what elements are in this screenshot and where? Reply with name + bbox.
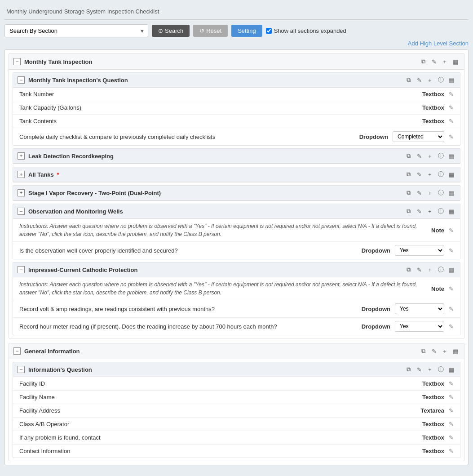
- add-high-level-section-button[interactable]: Add High Level Section: [408, 40, 469, 49]
- edit-contact-info[interactable]: ✎: [449, 448, 454, 454]
- info-icon-leak[interactable]: ⓘ: [437, 152, 445, 160]
- show-expanded-checkbox[interactable]: [266, 28, 272, 34]
- field-type-tank-number: Textbox: [415, 91, 444, 98]
- sub-section-stage1-icons: ⧉ ✎ + ⓘ ▦: [404, 189, 455, 197]
- info-icon-stage1[interactable]: ⓘ: [437, 189, 445, 197]
- search-by-section-select[interactable]: Search By Section: [4, 24, 148, 37]
- edit-obs-cover[interactable]: ✎: [449, 247, 454, 254]
- sub-section-impressed-icons: ⧉ ✎ + ⓘ ▦: [404, 266, 455, 274]
- grid-icon[interactable]: ▦: [451, 58, 460, 66]
- sub-section-impressed-title: Impressed-Current Cathodic Protection: [28, 267, 401, 273]
- grid-icon-gen[interactable]: ▦: [451, 347, 460, 355]
- reset-button[interactable]: ↺ Reset: [193, 25, 228, 37]
- question-row-tank-number: Tank Number Textbox ✎: [13, 88, 460, 101]
- add-icon-info-q[interactable]: +: [426, 365, 434, 374]
- select-hour-meter[interactable]: Yes No N/A: [395, 321, 444, 332]
- grid-icon-info-q[interactable]: ▦: [447, 365, 455, 374]
- copy-icon-obs[interactable]: ⧉: [404, 207, 412, 215]
- edit-icon-all-tanks[interactable]: ✎: [415, 170, 423, 178]
- info-icon-imp[interactable]: ⓘ: [437, 266, 445, 274]
- collapse-icon-questions[interactable]: −: [18, 76, 25, 84]
- info-icon-obs[interactable]: ⓘ: [437, 207, 445, 215]
- collapse-icon-observation[interactable]: −: [18, 208, 25, 215]
- edit-facility-name[interactable]: ✎: [449, 394, 454, 400]
- edit-icon-sub[interactable]: ✎: [415, 76, 423, 84]
- collapse-icon-stage1[interactable]: +: [18, 189, 25, 196]
- question-text-tank-contents: Tank Contents: [19, 118, 411, 125]
- select-daily-checklist[interactable]: Completed Not Completed N/A: [393, 131, 444, 142]
- copy-icon-all-tanks[interactable]: ⧉: [404, 170, 412, 178]
- question-text-tank-capacity: Tank Capacity (Gallons): [19, 104, 411, 111]
- grid-icon-imp[interactable]: ▦: [447, 266, 455, 274]
- edit-problem-contact[interactable]: ✎: [449, 434, 454, 441]
- copy-icon-info-q[interactable]: ⧉: [404, 365, 412, 374]
- edit-imp-note[interactable]: ✎: [449, 285, 454, 292]
- question-row-facility-address: Facility Address Textarea ✎: [13, 404, 460, 418]
- edit-icon-obs[interactable]: ✎: [415, 207, 423, 215]
- edit-volt-amp[interactable]: ✎: [449, 306, 454, 312]
- edit-question-tank-number[interactable]: ✎: [449, 91, 454, 98]
- info-icon-sub[interactable]: ⓘ: [437, 76, 445, 84]
- select-volt-amp[interactable]: Yes No N/A: [395, 303, 444, 314]
- show-expanded-label[interactable]: Show all sections expanded: [266, 27, 346, 34]
- edit-facility-id[interactable]: ✎: [449, 380, 454, 387]
- edit-icon-imp[interactable]: ✎: [415, 266, 423, 274]
- sub-section-stage1-title: Stage I Vapor Recovery - Two-Point (Dual…: [28, 190, 401, 196]
- sub-section-stage1: + Stage I Vapor Recovery - Two-Point (Du…: [13, 185, 460, 201]
- edit-icon-gen[interactable]: ✎: [430, 347, 438, 355]
- page-wrapper: Monthly Underground Storage System Inspe…: [0, 0, 473, 476]
- field-type-contact-info: Textbox: [415, 448, 444, 454]
- sub-section-leak-detection: + Leak Detection Recordkeeping ⧉ ✎ + ⓘ ▦: [13, 148, 460, 164]
- question-text-facility-name: Facility Name: [19, 394, 411, 400]
- info-icon-all-tanks[interactable]: ⓘ: [437, 170, 445, 178]
- edit-icon[interactable]: ✎: [430, 58, 438, 66]
- add-icon-obs[interactable]: +: [426, 207, 434, 215]
- search-select-wrapper: Search By Section ▼: [4, 24, 148, 37]
- grid-icon-all-tanks[interactable]: ▦: [447, 170, 455, 178]
- select-obs-cover[interactable]: Yes No N/A: [395, 245, 444, 256]
- edit-icon-leak[interactable]: ✎: [415, 152, 423, 160]
- sub-section-info-questions-header: − Information's Question ⧉ ✎ + ⓘ ▦: [13, 362, 460, 377]
- section-general-info-header: − General Information ⧉ ✎ + ▦: [9, 343, 464, 359]
- collapse-icon-leak[interactable]: +: [18, 152, 25, 160]
- copy-icon-leak[interactable]: ⧉: [404, 152, 412, 160]
- sub-section-info-questions: − Information's Question ⧉ ✎ + ⓘ ▦ Facil…: [13, 362, 460, 458]
- edit-hour-meter[interactable]: ✎: [449, 323, 454, 330]
- edit-class-ab[interactable]: ✎: [449, 421, 454, 427]
- copy-icon-imp[interactable]: ⧉: [404, 266, 412, 274]
- edit-facility-address[interactable]: ✎: [449, 407, 454, 414]
- info-icon-info-q[interactable]: ⓘ: [437, 365, 445, 374]
- add-icon-stage1[interactable]: +: [426, 189, 434, 197]
- collapse-icon-impressed[interactable]: −: [18, 266, 25, 273]
- search-button[interactable]: ⊙ Search: [152, 25, 190, 37]
- setting-button[interactable]: Setting: [231, 25, 262, 37]
- sub-section-impressed-current: − Impressed-Current Cathodic Protection …: [13, 262, 460, 335]
- edit-icon-stage1[interactable]: ✎: [415, 189, 423, 197]
- edit-question-tank-capacity[interactable]: ✎: [449, 104, 454, 111]
- grid-icon-stage1[interactable]: ▦: [447, 189, 455, 197]
- sub-section-all-tanks: + All Tanks * ⧉ ✎ + ⓘ ▦: [13, 167, 460, 182]
- edit-obs-note[interactable]: ✎: [449, 227, 454, 234]
- edit-icon-info-q[interactable]: ✎: [415, 365, 423, 374]
- add-icon-leak[interactable]: +: [426, 152, 434, 160]
- copy-icon-sub[interactable]: ⧉: [404, 76, 412, 84]
- question-text-class-ab: Class A/B Operator: [19, 421, 411, 427]
- add-icon[interactable]: +: [441, 58, 449, 66]
- edit-question-tank-contents[interactable]: ✎: [449, 118, 454, 125]
- collapse-icon-info-q[interactable]: −: [18, 366, 25, 373]
- field-type-facility-id: Textbox: [415, 380, 444, 387]
- add-icon-all-tanks[interactable]: +: [426, 170, 434, 178]
- collapse-icon-general[interactable]: −: [13, 347, 21, 355]
- grid-icon-leak[interactable]: ▦: [447, 152, 455, 160]
- grid-icon-obs[interactable]: ▦: [447, 207, 455, 215]
- copy-icon-stage1[interactable]: ⧉: [404, 189, 412, 197]
- add-icon-gen[interactable]: +: [441, 347, 449, 355]
- grid-icon-sub[interactable]: ▦: [447, 76, 455, 84]
- edit-question-daily-checklist[interactable]: ✎: [449, 133, 454, 140]
- copy-icon[interactable]: ⧉: [419, 58, 427, 66]
- collapse-icon-monthly-tank[interactable]: −: [13, 58, 21, 65]
- add-icon-sub[interactable]: +: [426, 76, 434, 84]
- collapse-icon-all-tanks[interactable]: +: [18, 171, 25, 178]
- copy-icon-gen[interactable]: ⧉: [419, 347, 427, 355]
- add-icon-imp[interactable]: +: [426, 266, 434, 274]
